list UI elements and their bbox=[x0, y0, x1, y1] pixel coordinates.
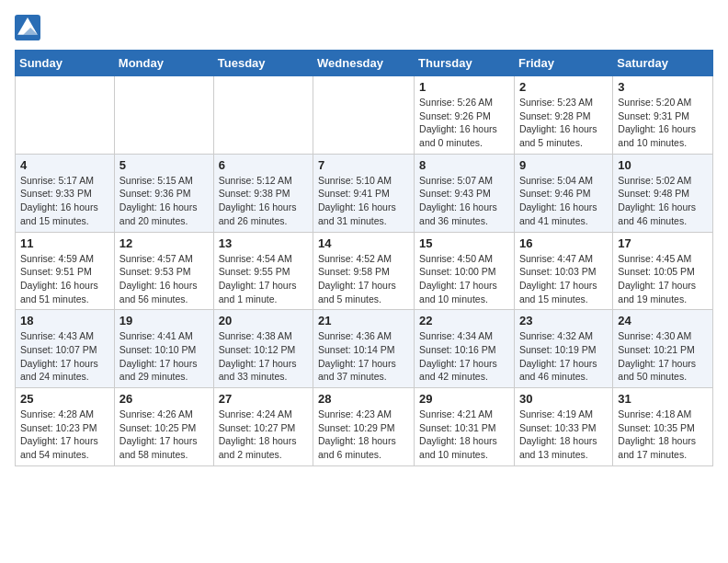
calendar-cell-4-1: 26Sunrise: 4:26 AM Sunset: 10:25 PM Dayl… bbox=[114, 388, 213, 466]
day-number: 18 bbox=[20, 314, 109, 327]
day-info: Sunrise: 4:18 AM Sunset: 10:35 PM Daylig… bbox=[618, 408, 708, 462]
day-number: 30 bbox=[519, 392, 608, 406]
day-number: 27 bbox=[219, 392, 308, 406]
weekday-row: SundayMondayTuesdayWednesdayThursdayFrid… bbox=[16, 51, 713, 76]
weekday-monday: Monday bbox=[114, 51, 213, 76]
day-info: Sunrise: 5:07 AM Sunset: 9:43 PM Dayligh… bbox=[419, 174, 509, 228]
day-info: Sunrise: 4:59 AM Sunset: 9:51 PM Dayligh… bbox=[20, 252, 109, 306]
day-number: 10 bbox=[618, 158, 708, 172]
calendar-cell-3-3: 21Sunrise: 4:36 AM Sunset: 10:14 PM Dayl… bbox=[313, 310, 415, 388]
day-info: Sunrise: 4:23 AM Sunset: 10:29 PM Daylig… bbox=[318, 408, 409, 462]
calendar-cell-0-4: 1Sunrise: 5:26 AM Sunset: 9:26 PM Daylig… bbox=[415, 76, 515, 155]
day-number: 26 bbox=[119, 392, 209, 406]
day-info: Sunrise: 4:43 AM Sunset: 10:07 PM Daylig… bbox=[20, 329, 109, 384]
day-number: 6 bbox=[219, 158, 308, 172]
week-row-2: 4Sunrise: 5:17 AM Sunset: 9:33 PM Daylig… bbox=[16, 154, 713, 232]
day-info: Sunrise: 5:10 AM Sunset: 9:41 PM Dayligh… bbox=[318, 174, 409, 228]
day-info: Sunrise: 4:38 AM Sunset: 10:12 PM Daylig… bbox=[219, 329, 308, 384]
day-info: Sunrise: 5:04 AM Sunset: 9:46 PM Dayligh… bbox=[519, 174, 608, 228]
calendar-cell-2-0: 11Sunrise: 4:59 AM Sunset: 9:51 PM Dayli… bbox=[16, 232, 115, 310]
calendar-cell-3-1: 19Sunrise: 4:41 AM Sunset: 10:10 PM Dayl… bbox=[114, 310, 213, 388]
day-number: 9 bbox=[519, 158, 608, 172]
day-number: 14 bbox=[318, 236, 409, 250]
day-info: Sunrise: 4:32 AM Sunset: 10:19 PM Daylig… bbox=[519, 329, 608, 384]
week-row-3: 11Sunrise: 4:59 AM Sunset: 9:51 PM Dayli… bbox=[16, 232, 713, 310]
weekday-thursday: Thursday bbox=[415, 51, 515, 76]
calendar-cell-2-1: 12Sunrise: 4:57 AM Sunset: 9:53 PM Dayli… bbox=[114, 232, 213, 310]
day-number: 15 bbox=[419, 236, 509, 250]
day-info: Sunrise: 4:21 AM Sunset: 10:31 PM Daylig… bbox=[419, 408, 509, 462]
weekday-friday: Friday bbox=[514, 51, 612, 76]
day-number: 5 bbox=[119, 158, 209, 172]
day-number: 28 bbox=[318, 392, 409, 406]
calendar-cell-0-6: 3Sunrise: 5:20 AM Sunset: 9:31 PM Daylig… bbox=[613, 76, 713, 155]
day-info: Sunrise: 4:50 AM Sunset: 10:00 PM Daylig… bbox=[419, 252, 509, 306]
day-info: Sunrise: 4:36 AM Sunset: 10:14 PM Daylig… bbox=[318, 329, 409, 384]
page-header bbox=[15, 15, 713, 40]
day-info: Sunrise: 4:45 AM Sunset: 10:05 PM Daylig… bbox=[618, 252, 708, 306]
calendar-cell-3-5: 23Sunrise: 4:32 AM Sunset: 10:19 PM Dayl… bbox=[514, 310, 612, 388]
calendar-cell-2-5: 16Sunrise: 4:47 AM Sunset: 10:03 PM Dayl… bbox=[514, 232, 612, 310]
day-number: 12 bbox=[119, 236, 209, 250]
day-number: 1 bbox=[419, 80, 509, 94]
calendar-body: 1Sunrise: 5:26 AM Sunset: 9:26 PM Daylig… bbox=[16, 76, 713, 466]
calendar-cell-1-6: 10Sunrise: 5:02 AM Sunset: 9:48 PM Dayli… bbox=[613, 154, 713, 232]
day-info: Sunrise: 4:34 AM Sunset: 10:16 PM Daylig… bbox=[419, 329, 509, 384]
calendar-cell-1-1: 5Sunrise: 5:15 AM Sunset: 9:36 PM Daylig… bbox=[114, 154, 213, 232]
day-info: Sunrise: 4:41 AM Sunset: 10:10 PM Daylig… bbox=[119, 329, 209, 384]
calendar-cell-0-1 bbox=[114, 76, 213, 155]
day-number: 24 bbox=[618, 314, 708, 327]
calendar-cell-4-0: 25Sunrise: 4:28 AM Sunset: 10:23 PM Dayl… bbox=[16, 388, 115, 466]
calendar-cell-3-4: 22Sunrise: 4:34 AM Sunset: 10:16 PM Dayl… bbox=[415, 310, 515, 388]
day-number: 23 bbox=[519, 314, 608, 327]
day-number: 31 bbox=[618, 392, 708, 406]
day-info: Sunrise: 5:20 AM Sunset: 9:31 PM Dayligh… bbox=[618, 96, 708, 150]
day-info: Sunrise: 4:54 AM Sunset: 9:55 PM Dayligh… bbox=[219, 252, 308, 306]
weekday-wednesday: Wednesday bbox=[313, 51, 415, 76]
day-info: Sunrise: 5:15 AM Sunset: 9:36 PM Dayligh… bbox=[119, 174, 209, 228]
calendar-cell-2-2: 13Sunrise: 4:54 AM Sunset: 9:55 PM Dayli… bbox=[213, 232, 313, 310]
day-info: Sunrise: 4:26 AM Sunset: 10:25 PM Daylig… bbox=[119, 408, 209, 462]
calendar-cell-3-6: 24Sunrise: 4:30 AM Sunset: 10:21 PM Dayl… bbox=[613, 310, 713, 388]
day-number: 8 bbox=[419, 158, 509, 172]
day-number: 17 bbox=[618, 236, 708, 250]
logo bbox=[15, 15, 44, 40]
calendar-cell-2-4: 15Sunrise: 4:50 AM Sunset: 10:00 PM Dayl… bbox=[415, 232, 515, 310]
calendar-cell-0-0 bbox=[16, 76, 115, 155]
calendar-cell-4-4: 29Sunrise: 4:21 AM Sunset: 10:31 PM Dayl… bbox=[415, 388, 515, 466]
weekday-sunday: Sunday bbox=[16, 51, 115, 76]
calendar-cell-0-2 bbox=[213, 76, 313, 155]
day-info: Sunrise: 4:57 AM Sunset: 9:53 PM Dayligh… bbox=[119, 252, 209, 306]
calendar-cell-3-0: 18Sunrise: 4:43 AM Sunset: 10:07 PM Dayl… bbox=[16, 310, 115, 388]
calendar-cell-2-6: 17Sunrise: 4:45 AM Sunset: 10:05 PM Dayl… bbox=[613, 232, 713, 310]
day-info: Sunrise: 4:24 AM Sunset: 10:27 PM Daylig… bbox=[219, 408, 308, 462]
calendar-cell-1-5: 9Sunrise: 5:04 AM Sunset: 9:46 PM Daylig… bbox=[514, 154, 612, 232]
day-info: Sunrise: 4:19 AM Sunset: 10:33 PM Daylig… bbox=[519, 408, 608, 462]
day-info: Sunrise: 5:17 AM Sunset: 9:33 PM Dayligh… bbox=[20, 174, 109, 228]
day-number: 16 bbox=[519, 236, 608, 250]
day-info: Sunrise: 5:23 AM Sunset: 9:28 PM Dayligh… bbox=[519, 96, 608, 150]
week-row-5: 25Sunrise: 4:28 AM Sunset: 10:23 PM Dayl… bbox=[16, 388, 713, 466]
calendar-cell-0-3 bbox=[313, 76, 415, 155]
calendar-cell-2-3: 14Sunrise: 4:52 AM Sunset: 9:58 PM Dayli… bbox=[313, 232, 415, 310]
day-number: 2 bbox=[519, 80, 608, 94]
day-number: 20 bbox=[219, 314, 308, 327]
day-number: 3 bbox=[618, 80, 708, 94]
day-info: Sunrise: 5:12 AM Sunset: 9:38 PM Dayligh… bbox=[219, 174, 308, 228]
day-number: 4 bbox=[20, 158, 109, 172]
week-row-1: 1Sunrise: 5:26 AM Sunset: 9:26 PM Daylig… bbox=[16, 76, 713, 155]
day-info: Sunrise: 4:28 AM Sunset: 10:23 PM Daylig… bbox=[20, 408, 109, 462]
logo-icon bbox=[15, 15, 40, 40]
calendar-cell-3-2: 20Sunrise: 4:38 AM Sunset: 10:12 PM Dayl… bbox=[213, 310, 313, 388]
calendar-header: SundayMondayTuesdayWednesdayThursdayFrid… bbox=[16, 51, 713, 76]
day-number: 19 bbox=[119, 314, 209, 327]
calendar-cell-1-3: 7Sunrise: 5:10 AM Sunset: 9:41 PM Daylig… bbox=[313, 154, 415, 232]
day-info: Sunrise: 4:47 AM Sunset: 10:03 PM Daylig… bbox=[519, 252, 608, 306]
day-number: 21 bbox=[318, 314, 409, 327]
day-info: Sunrise: 5:26 AM Sunset: 9:26 PM Dayligh… bbox=[419, 96, 509, 150]
calendar-cell-4-5: 30Sunrise: 4:19 AM Sunset: 10:33 PM Dayl… bbox=[514, 388, 612, 466]
calendar-cell-4-3: 28Sunrise: 4:23 AM Sunset: 10:29 PM Dayl… bbox=[313, 388, 415, 466]
calendar-cell-0-5: 2Sunrise: 5:23 AM Sunset: 9:28 PM Daylig… bbox=[514, 76, 612, 155]
weekday-tuesday: Tuesday bbox=[213, 51, 313, 76]
day-number: 29 bbox=[419, 392, 509, 406]
